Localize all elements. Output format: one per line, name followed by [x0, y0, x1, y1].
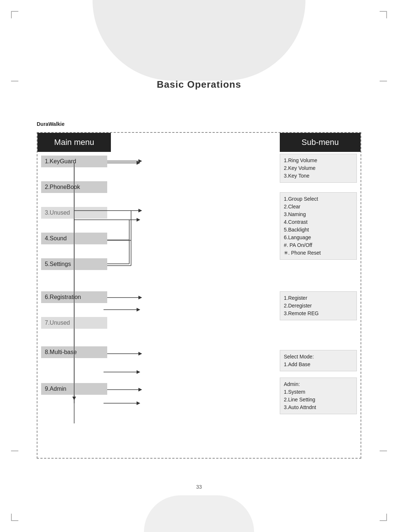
sub-box-keyguard: 1.Ring Volume2.Key Volume3.Key Tone — [280, 154, 357, 183]
menu-item-admin: 9.Admin — [41, 383, 107, 395]
menu-item-settings: 5.Settings — [41, 258, 107, 270]
brand-label: DuraWalkie — [37, 121, 65, 127]
corner-mark-br — [380, 514, 387, 521]
side-mark-right-bottom — [380, 451, 387, 451]
svg-marker-19 — [138, 209, 142, 212]
corner-mark-tr — [380, 11, 387, 18]
sub-box-admin-text: Admin:1.System2.Line Setting3.Auto Attnd… — [284, 381, 316, 410]
svg-marker-30 — [138, 388, 142, 391]
page-number: 33 — [196, 484, 202, 490]
menu-item-unused3: 3.Unused — [41, 207, 107, 219]
menu-item-keyguard: 1.KeyGuard — [41, 156, 107, 167]
page-title: Basic Operations — [0, 79, 398, 90]
top-decoration — [93, 0, 305, 81]
svg-marker-17 — [138, 159, 142, 163]
sub-menu-header: Sub-menu — [280, 133, 361, 152]
sub-box-multibase-text: Select Mode:1.Add Base — [284, 354, 314, 367]
corner-mark-tl — [11, 11, 18, 18]
menu-item-registration: 6.Registration — [41, 291, 107, 303]
menu-item-phonebook: 2.PhoneBook — [41, 181, 107, 193]
svg-marker-26 — [138, 352, 142, 356]
sub-box-registration-text: 1.Register2.Deregister3.Remote REG — [284, 295, 319, 316]
diagram-header: Main menu Sub-menu — [37, 133, 361, 152]
sub-box-registration: 1.Register2.Deregister3.Remote REG — [280, 291, 357, 320]
sub-box-admin: Admin:1.System2.Line Setting3.Auto Attnd… — [280, 378, 357, 414]
sub-box-keyguard-text: 1.Ring Volume2.Key Volume3.Key Tone — [284, 157, 317, 179]
menu-item-unused7: 7.Unused — [41, 317, 107, 329]
diagram: Main menu Sub-menu 1.KeyGuard 2.Phon — [37, 132, 361, 459]
sub-box-phonebook: 1.Group Select2.Clear3.Naming4.Contrast5… — [280, 192, 357, 260]
corner-mark-bl — [11, 514, 18, 521]
header-spacer — [111, 133, 280, 152]
sub-box-multibase: Select Mode:1.Add Base — [280, 350, 357, 371]
svg-marker-24 — [138, 296, 142, 299]
diagram-body: 1.KeyGuard 2.PhoneBook 3.Unused 4.Sound … — [37, 152, 361, 458]
menu-item-sound: 4.Sound — [41, 233, 107, 244]
svg-marker-28 — [72, 397, 76, 400]
bottom-decoration — [144, 495, 254, 532]
side-mark-left-bottom — [11, 451, 18, 451]
sub-box-phonebook-text: 1.Group Select2.Clear3.Naming4.Contrast5… — [284, 196, 321, 256]
menu-item-multibase: 8.Multi-base — [41, 346, 107, 358]
main-menu-header: Main menu — [37, 133, 111, 152]
